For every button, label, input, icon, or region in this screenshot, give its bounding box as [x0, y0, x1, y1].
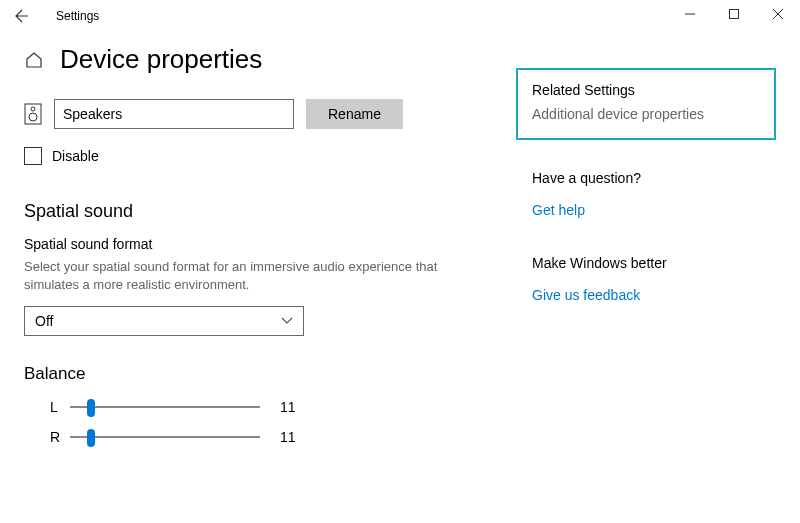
- spatial-format-label: Spatial sound format: [24, 236, 516, 252]
- spatial-sound-heading: Spatial sound: [24, 201, 516, 222]
- slider-track: [70, 436, 260, 438]
- balance-left-value: 11: [280, 399, 296, 415]
- page-title: Device properties: [60, 44, 262, 75]
- svg-point-2: [31, 107, 35, 111]
- close-icon: [773, 9, 783, 19]
- back-arrow-icon: [14, 8, 30, 24]
- get-help-link[interactable]: Get help: [532, 202, 585, 218]
- maximize-button[interactable]: [712, 0, 756, 28]
- maximize-icon: [729, 9, 739, 19]
- balance-left-label: L: [50, 399, 70, 415]
- window-title: Settings: [56, 9, 99, 23]
- disable-label: Disable: [52, 148, 99, 164]
- close-button[interactable]: [756, 0, 800, 28]
- additional-device-properties-link[interactable]: Additional device properties: [532, 106, 760, 122]
- balance-right-label: R: [50, 429, 70, 445]
- back-button[interactable]: [8, 2, 36, 30]
- make-windows-better-heading: Make Windows better: [532, 255, 760, 271]
- rename-button[interactable]: Rename: [306, 99, 403, 129]
- dropdown-selected-value: Off: [35, 313, 53, 329]
- svg-point-3: [29, 113, 37, 121]
- disable-checkbox[interactable]: [24, 147, 42, 165]
- related-settings-card: Related Settings Additional device prope…: [516, 68, 776, 140]
- spatial-format-description: Select your spatial sound format for an …: [24, 258, 454, 294]
- home-icon[interactable]: [24, 50, 44, 70]
- spatial-format-dropdown[interactable]: Off: [24, 306, 304, 336]
- give-feedback-link[interactable]: Give us feedback: [532, 287, 640, 303]
- device-name-input[interactable]: [54, 99, 294, 129]
- related-settings-heading: Related Settings: [532, 82, 760, 98]
- svg-rect-0: [730, 10, 739, 19]
- balance-right-slider[interactable]: [70, 428, 260, 446]
- balance-left-slider[interactable]: [70, 398, 260, 416]
- slider-track: [70, 406, 260, 408]
- slider-thumb: [87, 399, 95, 417]
- minimize-icon: [685, 9, 695, 19]
- balance-heading: Balance: [24, 364, 516, 384]
- balance-right-value: 11: [280, 429, 296, 445]
- chevron-down-icon: [281, 317, 293, 325]
- slider-thumb: [87, 429, 95, 447]
- minimize-button[interactable]: [668, 0, 712, 28]
- speaker-icon: [24, 103, 42, 125]
- have-question-heading: Have a question?: [532, 170, 760, 186]
